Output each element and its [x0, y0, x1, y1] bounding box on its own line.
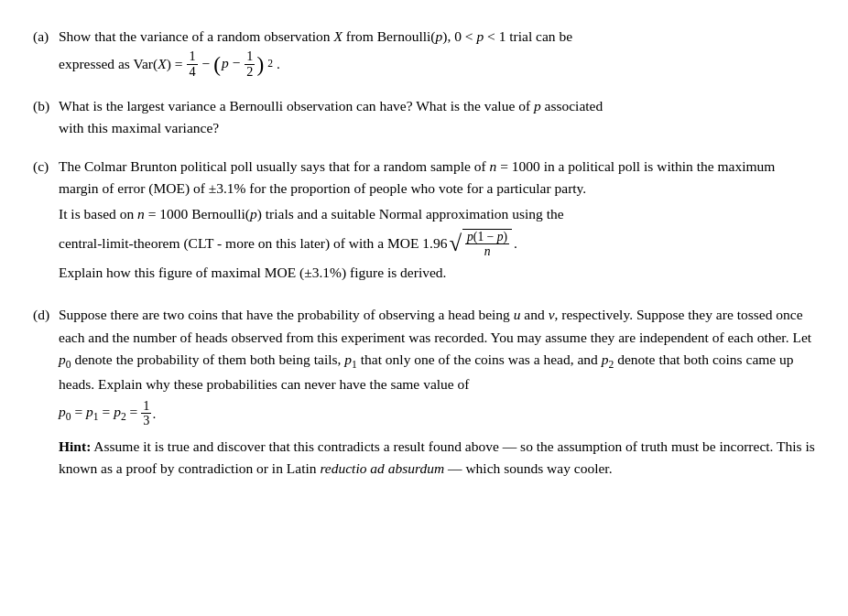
- minus-sign: −: [202, 53, 211, 75]
- text-c3: central-limit-theorem (CLT - more on thi…: [59, 232, 447, 254]
- hint-body: Assume it is true and discover that this…: [59, 438, 815, 476]
- text-hint: Hint: Assume it is true and discover tha…: [59, 436, 815, 480]
- exam-content: (a) Show that the variance of a random o…: [33, 26, 815, 483]
- content-c: The Colmar Brunton political poll usuall…: [59, 156, 815, 287]
- problem-b: (b) What is the largest variance a Berno…: [33, 95, 815, 139]
- problem-c: (c) The Colmar Brunton political poll us…: [33, 156, 815, 287]
- label-d: (d): [33, 304, 59, 326]
- sqrt-expr-c: √ p(1 − p) n: [449, 229, 512, 258]
- period-d: .: [152, 403, 156, 425]
- paren-expr-a: ( p − 1 2 ): [213, 49, 264, 79]
- text-c2: It is based on n = 1000 Bernoulli(p) tri…: [59, 203, 564, 225]
- superscript-2-a: 2: [267, 56, 273, 72]
- latin-phrase: reductio ad absurdum: [320, 460, 444, 476]
- label-a: (a): [33, 26, 59, 48]
- text-a2: expressed as Var(X) =: [59, 53, 182, 75]
- fraction-half-a: 1 2: [245, 49, 255, 79]
- content-d: Suppose there are two coins that have th…: [59, 304, 815, 483]
- text-c4: Explain how this figure of maximal MOE (…: [59, 262, 815, 284]
- fraction-third: 1 3: [141, 399, 151, 428]
- period-c: .: [514, 232, 517, 254]
- fraction-quarter: 1 4: [187, 49, 197, 79]
- problem-d: (d) Suppose there are two coins that hav…: [33, 304, 815, 483]
- content-a: Show that the variance of a random obser…: [59, 26, 815, 79]
- text-d1: Suppose there are two coins that have th…: [59, 304, 815, 394]
- text-b2: with this maximal variance?: [59, 120, 219, 135]
- problem-a: (a) Show that the variance of a random o…: [33, 26, 815, 79]
- text-a: Show that the variance of a random obser…: [59, 28, 572, 44]
- label-b: (b): [33, 95, 59, 117]
- text-b: What is the largest variance a Bernoulli…: [59, 98, 603, 113]
- label-c: (c): [33, 156, 59, 178]
- period-a: .: [277, 53, 280, 75]
- sqrt-frac-c: p(1 − p) n: [465, 230, 509, 258]
- hint-label: Hint:: [59, 438, 91, 454]
- text-c1: The Colmar Brunton political poll usuall…: [59, 156, 815, 200]
- content-b: What is the largest variance a Bernoulli…: [59, 95, 815, 139]
- text-d2: p0 = p1 = p2 =: [59, 401, 137, 426]
